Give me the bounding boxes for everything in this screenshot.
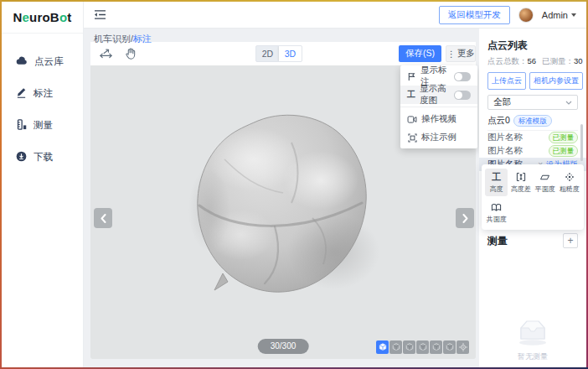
view-cube-right-button[interactable] (430, 340, 442, 354)
viewer-card: 2D 3D 保存(S) ⋮更多 (90, 42, 476, 359)
header-right-group: 返回模型开发 Admin (439, 6, 576, 24)
more-dots-icon: ⋮ (446, 49, 456, 59)
list-scrollbar[interactable] (580, 124, 583, 161)
add-measure-button[interactable]: + (563, 233, 578, 248)
panel-buttons: 上传点云 相机内参设置 (487, 72, 578, 90)
status-badge: 已测量 (549, 132, 579, 143)
logo-gear-icon: e (23, 10, 30, 24)
measured-stat: 已测量：30 (542, 56, 583, 67)
menu-item-label: 操作视频 (421, 113, 456, 125)
filter-select[interactable]: 全部 (487, 95, 578, 110)
tools-row: 工 高度 高度差 平面度 粗糙度 (485, 169, 580, 196)
prev-image-button[interactable] (94, 208, 112, 228)
show-heightmap-toggle[interactable] (454, 91, 471, 100)
empty-state: 暂无测量 (479, 314, 586, 362)
sidebar-item-label: 下载 (34, 151, 53, 164)
back-to-model-dev-button[interactable]: 返回模型开发 (439, 6, 510, 24)
tool-height-diff[interactable]: 高度差 (509, 169, 532, 196)
tool-height[interactable]: 工 高度 (485, 169, 508, 196)
upload-pointcloud-button[interactable]: 上传点云 (487, 72, 526, 90)
sidebar-item-measure[interactable]: 测量 (2, 109, 83, 141)
next-image-button[interactable] (456, 208, 474, 228)
sidebar-item-download[interactable]: 下载 (2, 141, 83, 173)
video-icon (407, 116, 417, 123)
show-annotation-toggle[interactable] (454, 72, 471, 81)
view-cube-front-button[interactable] (389, 340, 402, 354)
top-header: 返回模型开发 Admin (84, 2, 586, 29)
toggle-2d[interactable]: 2D (256, 46, 279, 61)
camera-intrinsics-button[interactable]: 相机内参设置 (529, 72, 583, 90)
tool-flatness[interactable]: 平面度 (534, 169, 556, 196)
template-tag: 标准模版 (513, 115, 552, 127)
height-icon: 工 (407, 89, 415, 101)
decorative-border-top (0, 0, 588, 2)
cloud-icon (16, 56, 28, 67)
neurobot-app: NeuroBot 点云库 标注 测量 下载 返回模型开发 (0, 0, 588, 369)
panel-title: 点云列表 (487, 39, 578, 53)
app-logo: NeuroBot (2, 2, 83, 34)
tool-label: 平面度 (534, 184, 554, 194)
panel-stats: 点云总数：56 已测量：30 (487, 56, 578, 67)
pen-icon (16, 87, 27, 100)
view-cube-iso-button[interactable] (376, 340, 389, 354)
more-dropdown-menu: 显示标注 工 显示高度图 操作视频 标注示例 (400, 65, 477, 148)
download-icon (16, 151, 27, 164)
save-button[interactable]: 保存(S) (399, 45, 441, 62)
toggle-3d[interactable]: 3D (279, 46, 302, 61)
menu-item-label: 标注示例 (421, 132, 456, 143)
coplanarity-icon (491, 201, 502, 213)
total-stat: 点云总数：56 (487, 56, 536, 67)
tools-row: 共面度 (485, 199, 580, 226)
total-value: 56 (528, 56, 537, 65)
breadcrumb-parent[interactable]: 机车识别 (94, 34, 131, 44)
chevron-down-icon (571, 13, 576, 17)
height-diff-icon (516, 171, 526, 183)
pointcloud-name: 点云0 (487, 115, 510, 127)
measure-tools-popover: 工 高度 高度差 平面度 粗糙度 共面度 (482, 164, 584, 230)
pointcloud-item[interactable]: 点云0 标准模版 (487, 115, 578, 127)
breadcrumb: 机车识别/标注 (94, 33, 152, 45)
sidebar-item-label: 点云库 (34, 55, 64, 68)
image-name: 图片名称 (487, 145, 523, 157)
status-badge: 已测量 (549, 145, 579, 157)
flag-icon (407, 72, 416, 81)
menu-item-operation-video[interactable]: 操作视频 (400, 110, 477, 128)
menu-item-annotation-example[interactable]: 标注示例 (400, 128, 477, 147)
view-cube-top-button[interactable] (443, 340, 456, 354)
sidebar-item-pointcloud-library[interactable]: 点云库 (2, 45, 83, 77)
pagination-badge: 30/300 (258, 339, 309, 354)
height-icon: 工 (492, 171, 501, 183)
logo-text: N (13, 10, 23, 24)
more-button[interactable]: ⋮更多 (446, 45, 476, 62)
logo-text: t (67, 10, 71, 24)
logo-text: uroB (29, 10, 59, 24)
viewer-toolbar: 2D 3D 保存(S) ⋮更多 (90, 42, 476, 65)
sidebar-collapse-icon[interactable] (94, 9, 106, 20)
image-name: 图片名称 (487, 132, 523, 143)
filter-value: 全部 (493, 96, 511, 108)
sidebar-item-annotate[interactable]: 标注 (2, 77, 83, 109)
tool-label: 共面度 (486, 215, 506, 224)
tool-label: 高度 (489, 184, 503, 194)
user-menu[interactable]: Admin (542, 10, 576, 20)
empty-state-text: 暂无测量 (479, 351, 586, 362)
measured-label: 已测量： (542, 56, 574, 65)
pointcloud-panel: 点云列表 点云总数：56 已测量：30 上传点云 相机内参设置 全部 点云0 标… (479, 29, 586, 367)
measure-title: 测量 (487, 234, 508, 248)
tool-roughness[interactable]: 粗糙度 (558, 169, 580, 196)
menu-item-show-heightmap[interactable]: 工 显示高度图 (400, 86, 477, 104)
measured-value: 30 (574, 56, 583, 65)
menu-item-label: 显示高度图 (420, 83, 450, 107)
view-cube-back-button[interactable] (403, 340, 415, 354)
image-list-item[interactable]: 图片名称 已测量 (487, 131, 578, 144)
dimension-toggle: 2D 3D (255, 45, 302, 62)
hand-tool-icon[interactable] (125, 48, 136, 60)
tool-coplanarity[interactable]: 共面度 (485, 199, 508, 226)
move-tool-icon[interactable] (99, 48, 113, 60)
locate-view-button[interactable] (456, 340, 469, 354)
chevron-down-icon (565, 101, 572, 105)
pointcloud-model (174, 109, 384, 314)
image-list-item[interactable]: 图片名称 已测量 (487, 144, 578, 158)
view-cube-left-button[interactable] (416, 340, 429, 354)
user-avatar[interactable] (518, 8, 534, 23)
